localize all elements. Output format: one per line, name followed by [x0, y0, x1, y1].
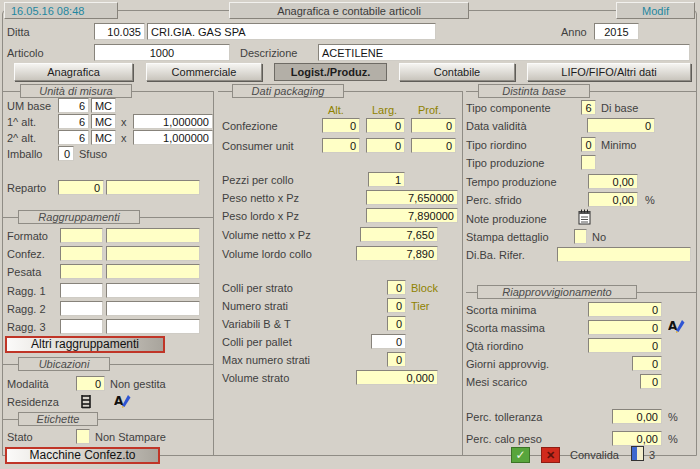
- reparto-code-field[interactable]: 0: [58, 180, 104, 195]
- perc-sfrido-field[interactable]: 0,00: [588, 192, 638, 207]
- peso-netto-field[interactable]: 7,650000: [366, 190, 458, 205]
- perc-tolleranza-field[interactable]: 0,00: [612, 409, 662, 424]
- um-base-field[interactable]: 6: [58, 98, 89, 113]
- alt1-factor-field[interactable]: 1,000000: [133, 114, 213, 129]
- articolo-field[interactable]: 1000: [94, 44, 230, 61]
- variabili-field[interactable]: 0: [387, 316, 406, 331]
- confezione-larg-field[interactable]: 0: [366, 118, 405, 133]
- confez-desc-field[interactable]: [106, 246, 200, 261]
- confezione-alt-field[interactable]: 0: [322, 118, 360, 133]
- pezzi-collo-field[interactable]: 1: [368, 172, 405, 187]
- cancel-x-button[interactable]: ✕: [541, 447, 560, 463]
- confezione-prof-field[interactable]: 0: [411, 118, 456, 133]
- diba-rifer-field[interactable]: [557, 247, 691, 262]
- tipo-riordino-desc: Minimo: [601, 139, 636, 151]
- perc-calo-peso-field[interactable]: 0,00: [612, 431, 662, 446]
- article-master-window: 16.05.16 08:48 Anagrafica e contabile ar…: [0, 0, 700, 469]
- data-validita-field[interactable]: 0: [587, 118, 655, 133]
- edit-font-icon[interactable]: A: [114, 393, 131, 410]
- ragg2-desc-field[interactable]: [106, 301, 200, 316]
- tipo-produzione-field[interactable]: [581, 155, 596, 170]
- stato-desc: Non Stampare: [95, 431, 166, 443]
- alt2-field[interactable]: 6: [58, 130, 89, 145]
- volume-lordo-label: Volume lordo collo: [222, 248, 312, 260]
- consumer-alt-field[interactable]: 0: [322, 138, 360, 153]
- alt2-factor-field[interactable]: 1,000000: [133, 130, 213, 145]
- scorta-minima-label: Scorta minima: [466, 304, 536, 316]
- colli-strato-field[interactable]: 0: [387, 280, 406, 295]
- imballo-field[interactable]: 0: [58, 146, 74, 161]
- confez-code-field[interactable]: [60, 246, 103, 261]
- perc-sfrido-unit: %: [645, 194, 655, 206]
- mode-badge: Modif: [642, 5, 669, 17]
- ragg1-label: Ragg. 1: [7, 285, 46, 297]
- tempo-produzione-field[interactable]: 0,00: [588, 174, 638, 189]
- pesata-desc-field[interactable]: [106, 264, 200, 279]
- volume-strato-field[interactable]: 0,000: [356, 370, 438, 385]
- scorta-massima-field[interactable]: 0: [588, 320, 662, 335]
- alt1-mult-label: x: [121, 116, 127, 128]
- consumer-prof-field[interactable]: 0: [411, 138, 456, 153]
- section-unita-misura: Unità di misura: [20, 84, 132, 98]
- tab-logist-produz[interactable]: Logist./Produz.: [274, 63, 387, 81]
- altri-raggruppamenti-button[interactable]: Altri raggruppamenti: [5, 336, 165, 353]
- section-riapprovvigionamento: Riapprovvigionamento: [477, 285, 637, 299]
- residenza-label: Residenza: [7, 396, 59, 408]
- tab-anagrafica[interactable]: Anagrafica: [14, 63, 133, 81]
- stato-field[interactable]: [76, 429, 90, 444]
- mode-box: Modif: [616, 2, 695, 19]
- consumer-larg-field[interactable]: 0: [366, 138, 405, 153]
- note-produzione-label: Note produzione: [466, 213, 547, 225]
- colli-strato-tag: Block: [411, 282, 438, 294]
- giorni-approvvig-field[interactable]: 0: [632, 356, 662, 371]
- numero-strati-tag: Tier: [411, 300, 430, 312]
- tab-commerciale[interactable]: Commerciale: [146, 63, 262, 81]
- ragg1-code-field[interactable]: [60, 283, 103, 298]
- descrizione-label: Descrizione: [240, 47, 297, 59]
- colli-pallet-field[interactable]: 0: [371, 334, 406, 349]
- formato-desc-field[interactable]: [106, 228, 200, 243]
- volume-netto-field[interactable]: 7,650: [360, 227, 438, 242]
- um-base-um-field[interactable]: MC: [91, 98, 116, 113]
- reparto-desc-field[interactable]: [106, 180, 200, 195]
- mesi-scarico-field[interactable]: 0: [640, 374, 662, 389]
- confirm-check-button[interactable]: ✓: [511, 447, 530, 463]
- formato-code-field[interactable]: [60, 228, 103, 243]
- imballo-desc: Sfuso: [79, 148, 107, 160]
- tipo-componente-field[interactable]: 6: [581, 100, 596, 115]
- page-book-icon[interactable]: [631, 446, 644, 461]
- ragg3-desc-field[interactable]: [106, 319, 200, 334]
- tipo-riordino-label: Tipo riordino: [466, 139, 527, 151]
- ditta-code-field[interactable]: 10.035: [94, 23, 145, 40]
- anno-field[interactable]: 2015: [594, 23, 639, 40]
- descrizione-field[interactable]: ACETILENE: [318, 44, 690, 61]
- tab-lifo-fifo[interactable]: LIFO/FIFO/Altri dati: [527, 63, 691, 81]
- rack-icon[interactable]: [78, 393, 94, 411]
- tab-contabile[interactable]: Contabile: [399, 63, 515, 81]
- numero-strati-label: Numero strati: [222, 300, 288, 312]
- alt1-field[interactable]: 6: [58, 114, 89, 129]
- ditta-name-field[interactable]: CRI.GIA. GAS SPA: [147, 23, 436, 40]
- modalita-field[interactable]: 0: [76, 376, 105, 391]
- alt1-label: 1^ alt.: [7, 116, 36, 128]
- peso-lordo-label: Peso lordo x Pz: [222, 210, 299, 222]
- stampa-dettaglio-field[interactable]: [574, 229, 587, 244]
- macchine-confezto-button[interactable]: Macchine Confez.to: [5, 447, 160, 464]
- notepad-icon[interactable]: [578, 209, 591, 227]
- pesata-code-field[interactable]: [60, 264, 103, 279]
- ragg3-code-field[interactable]: [60, 319, 103, 334]
- scorta-minima-field[interactable]: 0: [588, 302, 662, 317]
- alt1-um-field[interactable]: MC: [91, 114, 116, 129]
- edit-font-icon-scorta[interactable]: A: [668, 318, 685, 335]
- tipo-riordino-field[interactable]: 0: [581, 137, 596, 152]
- volume-lordo-field[interactable]: 7,890: [356, 246, 438, 261]
- alt2-um-field[interactable]: MC: [91, 130, 116, 145]
- peso-lordo-field[interactable]: 7,890000: [366, 208, 458, 223]
- max-strati-field[interactable]: 0: [387, 352, 406, 367]
- qta-riordino-label: Qtà riordino: [466, 340, 523, 352]
- numero-strati-field[interactable]: 0: [387, 298, 406, 313]
- reparto-label: Reparto: [7, 182, 46, 194]
- ragg1-desc-field[interactable]: [106, 283, 200, 298]
- qta-riordino-field[interactable]: 0: [588, 338, 662, 353]
- ragg2-code-field[interactable]: [60, 301, 103, 316]
